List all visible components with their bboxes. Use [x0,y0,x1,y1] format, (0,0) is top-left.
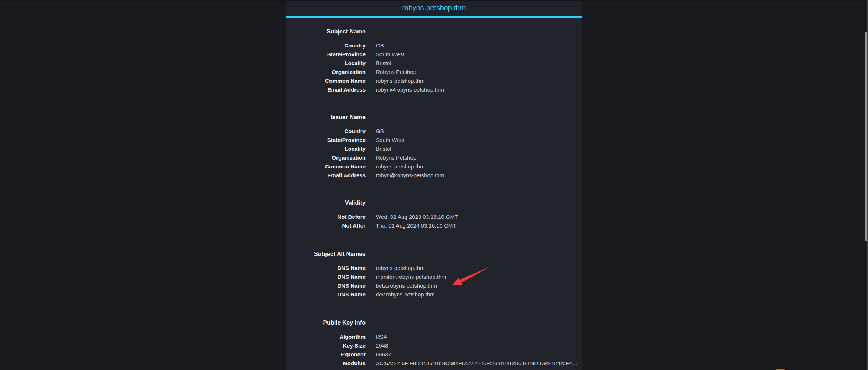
info-value: robyns-petshop.thm [376,77,582,85]
info-row: Email Address robyn@robyns-petshop.thm [286,171,582,180]
section-title: Subject Name [286,27,366,36]
info-value: Bristol [376,145,582,153]
info-row: Exponent 65537 [286,350,582,359]
info-value: Wed, 02 Aug 2023 03:16:10 GMT [376,213,582,221]
info-value: GB [376,127,582,136]
scrollbar-thumb[interactable] [865,32,867,241]
info-value: RSA [376,332,582,341]
info-row: DNS Name dev.robyns-petshop.thm [286,290,582,299]
info-row: Algorithm RSA [286,332,582,341]
info-label: State/Province [286,50,366,59]
info-row: State/Province South West [286,136,582,145]
info-value: GB [376,41,582,50]
info-row: Locality Bristol [286,59,582,68]
info-label: Email Address [286,171,366,180]
info-label: Key Size [286,341,366,350]
certificate-panel: robyns-petshop.thm Subject Name Country … [286,0,582,370]
info-label: Email Address [286,85,366,94]
info-label: Exponent [286,350,366,359]
info-label: DNS Name [286,281,366,290]
info-row: Country GB [286,127,582,136]
info-value: robyn@robyns-petshop.thm [376,85,582,94]
info-value: 65537 [376,350,582,359]
certificate-tab[interactable]: robyns-petshop.thm [402,0,466,16]
info-value: robyns-petshop.thm [376,162,582,171]
section-title: Issuer Name [286,113,366,122]
info-value: 2048 [376,341,582,350]
info-row: Common Name robyns-petshop.thm [286,162,582,171]
info-label: Common Name [286,77,366,85]
bottom-right-circle-artifact [769,369,791,370]
section-subject-name: Subject Name Country GB State/Province S… [286,18,582,103]
info-row-beta-dns: DNS Name beta.robyns-petshop.thm [286,281,582,290]
certificate-viewer-page: { "tab": { "title": "robyns-petshop.thm"… [0,0,868,370]
section-validity: Validity Not Before Wed, 02 Aug 2023 03:… [286,189,582,240]
info-row: DNS Name robyns-petshop.thm [286,264,582,273]
section-public-key-info: Public Key Info Algorithm RSA Key Size 2… [286,309,582,370]
info-row: Organization Robyns Petshop [286,153,582,162]
info-label: DNS Name [286,273,366,281]
info-value: dev.robyns-petshop.thm [376,290,582,299]
section-title: Public Key Info [286,319,366,327]
info-label: Not After [286,221,366,230]
info-value: South West [376,136,582,145]
info-label: Common Name [286,162,366,171]
info-label: Locality [286,59,366,68]
info-row: Organization Robyns Petshop [286,68,582,77]
section-title: Subject Alt Names [286,250,366,259]
info-row: Common Name robyns-petshop.thm [286,77,582,85]
section-header-row: Issuer Name [286,113,582,127]
window-top-edge [0,0,868,1]
info-value: South West [376,50,582,59]
info-label: DNS Name [286,264,366,273]
info-row: Modulus AC:6A:E2:6F:F8:21:D5:10:BC:90:FD… [286,359,582,368]
section-subject-alt-names: Subject Alt Names DNS Name robyns-petsho… [286,240,582,309]
info-label: Modulus [286,359,366,368]
info-value: Thu, 01 Aug 2024 03:16:10 GMT [376,221,582,230]
section-issuer-name: Issuer Name Country GB State/Province So… [286,103,582,189]
info-value: monitorr.robyns-petshop.thm [376,273,582,281]
info-label: Organization [286,68,366,77]
info-row: Locality Bristol [286,145,582,153]
info-value: AC:6A:E2:6F:F8:21:D5:10:BC:90:FD:72:4E:6… [376,359,582,368]
info-label: State/Province [286,136,366,145]
info-row: Not Before Wed, 02 Aug 2023 03:16:10 GMT [286,213,582,221]
info-row: State/Province South West [286,50,582,59]
info-row: Country GB [286,41,582,50]
certificate-tab-bar: robyns-petshop.thm [286,0,582,18]
info-value: Robyns Petshop [376,153,582,162]
info-value: Robyns Petshop [376,68,582,77]
info-value: beta.robyns-petshop.thm [376,281,582,290]
info-label: Locality [286,145,366,153]
section-header-row: Subject Name [286,27,582,41]
info-row: Key Size 2048 [286,341,582,350]
info-value: Bristol [376,59,582,68]
info-label: Organization [286,153,366,162]
info-label: Algorithm [286,332,366,341]
section-header-row: Subject Alt Names [286,250,582,264]
info-row: DNS Name monitorr.robyns-petshop.thm [286,273,582,281]
info-label: Not Before [286,213,366,221]
info-value: robyn@robyns-petshop.thm [376,171,582,180]
info-label: Country [286,127,366,136]
info-label: Country [286,41,366,50]
info-row: Email Address robyn@robyns-petshop.thm [286,85,582,94]
info-label: DNS Name [286,290,366,299]
info-row: Not After Thu, 01 Aug 2024 03:16:10 GMT [286,221,582,230]
section-header-row: Public Key Info [286,319,582,332]
section-header-row: Validity [286,199,582,213]
section-title: Validity [286,199,366,207]
info-value: robyns-petshop.thm [376,264,582,273]
